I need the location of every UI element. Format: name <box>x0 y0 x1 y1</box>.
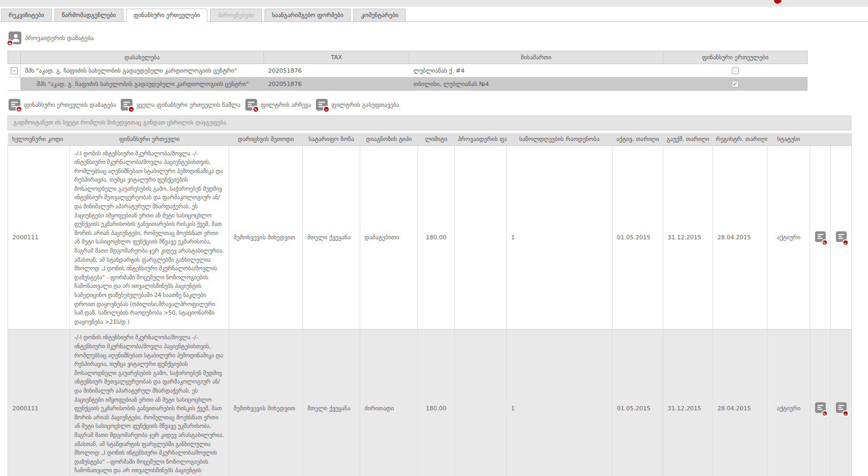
column-header-activation-date[interactable]: აქტივ. თარიღი <box>613 133 663 145</box>
cell-status: აქტიური <box>768 330 810 476</box>
column-header-artificial-code[interactable]: ხელოვნური კოდი <box>8 133 70 145</box>
minus-badge-icon: – <box>842 239 849 246</box>
provider-tax: 202051876 <box>264 77 409 91</box>
column-header-cancel-date[interactable]: გაუქმ. თარიღი <box>663 133 713 145</box>
provider-table: დასახელება TAX მისამართი ფინანსური ერთეუ… <box>7 51 808 91</box>
choose-filter-label: ფილტრის არჩევა <box>261 102 311 108</box>
edit-row-icon[interactable]: ✎ <box>815 237 826 244</box>
column-header-financial-units[interactable]: ფინანსური ერთეულები <box>663 51 808 64</box>
cell-bed-days: 1 <box>507 145 613 330</box>
cell-provider-price <box>455 330 507 476</box>
expander-column-header <box>8 51 21 64</box>
tab-report-forms[interactable]: საანგარიშგებო ფორმები <box>265 9 351 22</box>
provider-name: შპს "აკად. გ. ჩაფიძის სახელობის გადაუდებ… <box>21 77 264 91</box>
add-provider-label: პროვაიდერის დამატება <box>25 35 94 42</box>
provider-address: თბილისი, ლუბლიანას №4 <box>409 77 663 91</box>
column-header-edit <box>810 133 831 145</box>
add-financial-unit-button[interactable]: + ფინანსური ერთეულის დამატება <box>9 99 116 111</box>
provider-name: შპს "აკად. გ. ჩაფიძის სახელობის გადაუდებ… <box>21 64 264 77</box>
document-remove-icon: – <box>121 99 133 111</box>
add-financial-unit-label: ფინანსური ერთეულის დამატება <box>24 102 116 108</box>
cell-bed-days: 1 <box>507 330 613 476</box>
choose-filter-button[interactable]: ✎ ფილტრის არჩევა <box>245 99 311 111</box>
provider-header-row: დასახელება TAX მისამართი ფინანსური ერთეუ… <box>8 51 808 64</box>
delete-row-icon[interactable]: – <box>836 237 847 244</box>
cell-registration-date: 28.04.2015 <box>713 145 768 330</box>
document-add-icon: + <box>9 99 20 111</box>
cell-cancel-date: 31.12.2015 <box>663 145 713 330</box>
cell-financial-unit: -/-I დონის ინტენსიური მკურნალობა/მოვლა -… <box>70 145 229 330</box>
column-header-diagnosis-type[interactable]: დიაგნოზის ტიპი <box>360 133 418 145</box>
provider-row[interactable]: − შპს "აკად. გ. ჩაფიძის სახელობის გადაუდ… <box>8 64 808 77</box>
document-remove-icon: – <box>316 99 328 111</box>
table-row[interactable]: 2000111 -/-I დონის ინტენსიური მკურნალობა… <box>8 145 852 330</box>
provider-address: ლუბლიანას ქ. #4 <box>409 64 663 77</box>
financial-units-checkbox[interactable] <box>732 81 739 88</box>
column-header-tax[interactable]: TAX <box>264 51 409 64</box>
cell-tariff-zone: მთელი ქვეყანა <box>303 330 360 476</box>
tab-representatives[interactable]: წარმომადგენლები <box>55 9 123 22</box>
column-header-name[interactable]: დასახელება <box>21 51 264 64</box>
add-provider-button[interactable]: + პროვაიდერის დამატება <box>9 32 94 44</box>
column-header-financial-unit[interactable]: ფინანსური ერთეული <box>70 133 229 145</box>
column-header-provider-price[interactable]: პროვაიდერის ფასი <box>455 133 507 145</box>
cell-cancel-date: 31.12.2015 <box>663 330 713 476</box>
cell-financial-unit: -/-I დონის ინტენსიური მკურნალობა/მოვლა -… <box>70 330 229 476</box>
column-header-address[interactable]: მისამართი <box>409 51 663 64</box>
cell-status: აქტიური <box>768 145 810 330</box>
minus-badge-icon: – <box>323 106 330 113</box>
clear-filter-label: ფილტრის გასუფთავება <box>331 102 399 108</box>
financial-units-checkbox[interactable] <box>732 67 739 74</box>
plus-badge-icon: + <box>15 106 22 113</box>
cell-limit: 180.00 <box>418 330 455 476</box>
cell-code: 2000111 <box>8 330 70 476</box>
financial-units-grid: ხელოვნური კოდი ფინანსური ერთეული დარიცხვ… <box>7 133 852 476</box>
cell-limit: 180.00 <box>418 145 455 330</box>
tab-bar: რეკვიზიტები წარმომადგენლები ფინანსური ერ… <box>0 7 868 22</box>
grouping-drop-zone[interactable]: გადმოიტანეთ ის სვეტი რომლის მიხედვითაც გ… <box>7 115 851 130</box>
cell-activation-date: 01.05.2015 <box>613 330 663 476</box>
delete-row-icon[interactable]: – <box>836 408 847 415</box>
column-header-tariff-zone[interactable]: სატარიფო ზონა <box>303 133 360 145</box>
collapse-icon[interactable]: − <box>11 67 18 74</box>
provider-sub-row[interactable]: შპს "აკად. გ. ჩაფიძის სახელობის გადაუდებ… <box>8 77 808 91</box>
person-add-icon: + <box>9 32 21 44</box>
column-header-bed-days[interactable]: საწოლდღეების რაოდენობა <box>507 133 613 145</box>
column-header-accrual-method[interactable]: დარიცხვის მეთოდი <box>229 133 303 145</box>
clear-filter-button[interactable]: – ფილტრის გასუფთავება <box>316 99 399 111</box>
cell-accrual-method: შემთხვევის მიხედვით <box>229 330 303 476</box>
document-edit-icon: ✎ <box>245 99 257 111</box>
cell-diagnosis-type: დამატებითი <box>360 145 418 330</box>
column-header-status[interactable]: სტატუსი <box>768 133 810 145</box>
provider-tax: 202051876 <box>264 64 409 77</box>
pencil-badge-icon: ✎ <box>821 239 828 246</box>
tab-persons: პიროვნებები <box>210 9 261 22</box>
column-header-delete <box>831 133 852 145</box>
minus-badge-icon: – <box>128 106 135 113</box>
cell-tariff-zone: მთელი ქვეყანა <box>303 145 360 330</box>
column-header-registration-date[interactable]: რეგისტრ. თარიღი <box>713 133 768 145</box>
delete-all-financial-units-label: ყველა ფინანსური ერთეულის წაშლა <box>136 102 240 108</box>
edit-row-icon[interactable]: ✎ <box>815 408 826 415</box>
pencil-badge-icon: ✎ <box>252 106 259 113</box>
cell-registration-date: 28.04.2015 <box>713 330 768 476</box>
delete-all-financial-units-button[interactable]: – ყველა ფინანსური ერთეულის წაშლა <box>121 99 240 111</box>
cell-accrual-method: შემთხვევის მიხედვით <box>229 145 303 330</box>
plus-badge-icon: + <box>6 40 13 46</box>
cell-code: 2000111 <box>8 145 70 330</box>
minus-badge-icon: – <box>842 410 849 417</box>
cell-provider-price <box>455 145 507 330</box>
tab-requisites[interactable]: რეკვიზიტები <box>1 9 52 22</box>
column-header-limit[interactable]: ლიმიტი <box>418 133 455 145</box>
tab-financial-units[interactable]: ფინანსური ერთეულები <box>126 9 207 22</box>
top-strip <box>0 0 868 7</box>
cell-activation-date: 01.05.2015 <box>613 145 663 330</box>
grid-header-row: ხელოვნური კოდი ფინანსური ერთეული დარიცხვ… <box>8 133 852 145</box>
table-row[interactable]: 2000111 -/-I დონის ინტენსიური მკურნალობა… <box>8 330 852 476</box>
tab-comments[interactable]: კომენტარები <box>353 9 406 22</box>
pencil-badge-icon: ✎ <box>821 410 828 417</box>
financial-units-toolbar: + ფინანსური ერთეულის დამატება – ყველა ფი… <box>9 99 868 111</box>
cell-diagnosis-type: ძირითადი <box>360 330 418 476</box>
